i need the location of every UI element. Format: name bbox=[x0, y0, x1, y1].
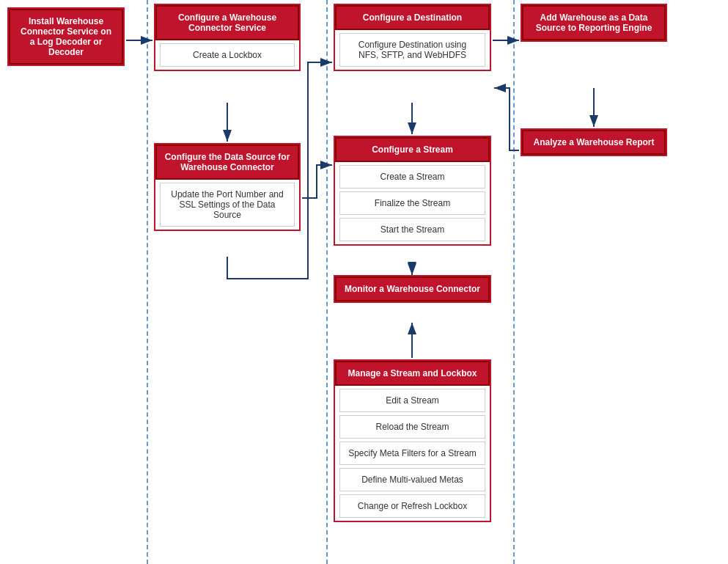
arrow-analyze-to-destination bbox=[494, 88, 519, 150]
install-box: Install Warehouse Connector Service on a… bbox=[7, 7, 125, 66]
datasource-title: Configure the Data Source for Warehouse … bbox=[155, 144, 299, 180]
stream-title: Configure a Stream bbox=[335, 137, 490, 162]
col3-manage-group: Manage a Stream and Lockbox Edit a Strea… bbox=[334, 359, 491, 534]
service-box: Configure a Warehouse Connector Service … bbox=[154, 4, 301, 71]
col3-destination-group: Configure a Destination Configure Destin… bbox=[334, 4, 491, 83]
col3-monitor-group: Monitor a Warehouse Connector bbox=[334, 275, 491, 315]
manage-box: Manage a Stream and Lockbox Edit a Strea… bbox=[334, 359, 491, 522]
add-title: Add Warehouse as a Data Source to Report… bbox=[522, 5, 666, 40]
separator-line-2 bbox=[326, 0, 328, 564]
stream-item3[interactable]: Start the Stream bbox=[339, 218, 485, 241]
analyze-box: Analyze a Warehouse Report bbox=[521, 128, 667, 156]
manage-item5[interactable]: Change or Refresh Lockbox bbox=[339, 494, 485, 518]
install-title: Install Warehouse Connector Service on a… bbox=[9, 9, 123, 65]
destination-item1[interactable]: Configure Destination using NFS, SFTP, a… bbox=[339, 33, 485, 67]
col2-service-group: Configure a Warehouse Connector Service … bbox=[154, 4, 301, 83]
col3-stream-group: Configure a Stream Create a Stream Final… bbox=[334, 136, 491, 257]
separator-line-3 bbox=[513, 0, 515, 564]
datasource-item1[interactable]: Update the Port Number and SSL Settings … bbox=[160, 183, 295, 227]
manage-item2[interactable]: Reload the Stream bbox=[339, 415, 485, 439]
analyze-title: Analyze a Warehouse Report bbox=[522, 130, 666, 155]
separator-line-1 bbox=[147, 0, 148, 564]
service-item1[interactable]: Create a Lockbox bbox=[160, 43, 295, 67]
diagram-container: Install Warehouse Connector Service on a… bbox=[0, 0, 728, 564]
manage-item3[interactable]: Specify Meta Filters for a Stream bbox=[339, 442, 485, 465]
monitor-box: Monitor a Warehouse Connector bbox=[334, 275, 491, 303]
manage-title: Manage a Stream and Lockbox bbox=[335, 361, 490, 386]
stream-item2[interactable]: Finalize the Stream bbox=[339, 191, 485, 215]
datasource-box: Configure the Data Source for Warehouse … bbox=[154, 143, 301, 231]
destination-box: Configure a Destination Configure Destin… bbox=[334, 4, 491, 71]
col2-datasource-group: Configure the Data Source for Warehouse … bbox=[154, 143, 301, 243]
col1-install-group: Install Warehouse Connector Service on a… bbox=[7, 7, 125, 78]
stream-box: Configure a Stream Create a Stream Final… bbox=[334, 136, 491, 246]
manage-item4[interactable]: Define Multi-valued Metas bbox=[339, 468, 485, 491]
manage-item1[interactable]: Edit a Stream bbox=[339, 389, 485, 412]
col4-add-group: Add Warehouse as a Data Source to Report… bbox=[521, 4, 667, 54]
service-title: Configure a Warehouse Connector Service bbox=[155, 5, 299, 40]
col4-analyze-group: Analyze a Warehouse Report bbox=[521, 128, 667, 168]
destination-title: Configure a Destination bbox=[335, 5, 490, 30]
stream-item1[interactable]: Create a Stream bbox=[339, 165, 485, 188]
add-box: Add Warehouse as a Data Source to Report… bbox=[521, 4, 667, 42]
monitor-title: Monitor a Warehouse Connector bbox=[335, 276, 490, 301]
